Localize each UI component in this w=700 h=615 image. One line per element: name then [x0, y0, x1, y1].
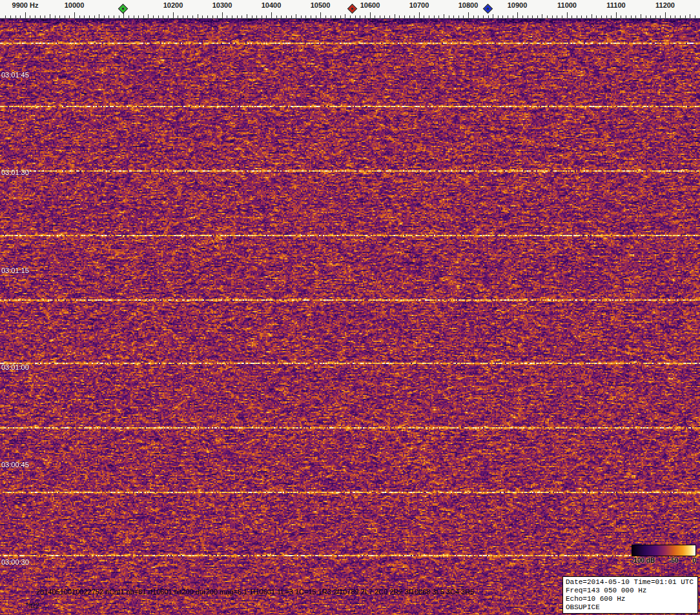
- ruler-tick: [325, 15, 326, 18]
- blue-marker[interactable]: [482, 4, 493, 14]
- ruler-tick: [532, 15, 533, 18]
- ruler-tick: [606, 15, 607, 18]
- frequency-tick-label: 11100: [606, 1, 625, 9]
- ruler-tick: [129, 15, 129, 18]
- ruler-tick: [502, 15, 503, 18]
- green-marker[interactable]: [118, 4, 129, 14]
- ruler-tick: [138, 15, 139, 18]
- ruler-tick: [429, 15, 429, 18]
- ruler-tick: [291, 15, 292, 18]
- ruler-tick: [375, 15, 375, 18]
- ruler-tick: [655, 15, 656, 18]
- ruler-tick: [635, 15, 636, 18]
- ruler-tick: [40, 15, 41, 18]
- ruler-tick: [577, 15, 577, 18]
- ruler-tick: [463, 15, 464, 18]
- frequency-tick-label: 10000: [65, 1, 85, 9]
- ruler-tick: [493, 14, 493, 18]
- ruler-tick: [65, 15, 65, 18]
- spectrogram-app: 9900 Hz100001020010300104001050010600107…: [0, 0, 700, 615]
- ruler-tick: [675, 15, 675, 18]
- ruler-tick: [316, 15, 316, 18]
- colorbar-max-label: 0: [692, 557, 696, 564]
- info-station-line: OBSUPICE: [566, 603, 694, 612]
- time-label: 03:00:45: [1, 461, 29, 469]
- ruler-tick: [522, 15, 523, 18]
- spectrogram-waterfall[interactable]: [0, 18, 700, 615]
- ruler-tick: [35, 15, 36, 18]
- ruler-tick: [305, 15, 306, 18]
- frequency-tick-label: 10900: [508, 1, 528, 9]
- ruler-tick: [59, 15, 60, 18]
- ruler-tick: [207, 15, 208, 18]
- ruler-tick: [365, 15, 365, 18]
- ruler-tick: [217, 15, 218, 18]
- ruler-tick: [616, 12, 617, 18]
- ruler-tick: [158, 15, 159, 18]
- ruler-tick: [94, 15, 95, 18]
- ruler-tick: [281, 15, 282, 18]
- ruler-tick: [301, 15, 302, 18]
- ruler-tick: [449, 15, 449, 18]
- ruler-tick: [665, 12, 666, 18]
- ruler-tick: [350, 15, 351, 18]
- ruler-tick: [222, 12, 223, 18]
- ruler-tick: [247, 14, 247, 18]
- ruler-tick: [409, 15, 410, 18]
- ruler-tick: [414, 15, 415, 18]
- ruler-tick: [355, 15, 356, 18]
- ruler-tick: [468, 12, 469, 18]
- ruler-tick: [380, 15, 380, 18]
- ruler-tick: [542, 14, 542, 18]
- ruler-tick: [178, 15, 178, 18]
- colorbar-min-label: -100 dB: [632, 557, 655, 564]
- ruler-tick: [621, 15, 621, 18]
- ruler-tick: [198, 14, 198, 18]
- ruler-tick: [311, 15, 311, 18]
- ruler-tick: [74, 12, 75, 18]
- time-label: 03:01:15: [1, 267, 29, 274]
- frequency-tick-label: 9900 Hz: [12, 1, 39, 9]
- ruler-tick: [695, 15, 695, 18]
- ruler-tick: [567, 12, 568, 18]
- colorbar-labels: -100 dB -50 0: [632, 557, 696, 564]
- ruler-tick: [404, 15, 405, 18]
- frequency-tick-label: 10300: [212, 1, 232, 9]
- red-marker[interactable]: [347, 4, 358, 14]
- ruler-tick: [650, 15, 651, 18]
- ruler-tick: [296, 14, 296, 18]
- ruler-tick: [143, 15, 144, 18]
- ruler-tick: [15, 15, 16, 18]
- ruler-tick: [513, 15, 513, 18]
- ruler-tick: [252, 15, 252, 18]
- ruler-tick: [596, 15, 597, 18]
- ruler-tick: [537, 15, 538, 18]
- frequency-tick-label: 10600: [360, 1, 380, 9]
- ruler-tick: [488, 15, 489, 18]
- ruler-tick: [320, 12, 321, 18]
- ruler-tick: [5, 15, 6, 18]
- ruler-tick: [438, 15, 439, 18]
- ruler-tick: [581, 15, 582, 18]
- ruler-tick: [227, 15, 227, 18]
- ruler-tick: [670, 15, 671, 18]
- ruler-tick: [690, 14, 690, 18]
- ruler-tick: [99, 14, 99, 18]
- ruler-tick: [626, 15, 626, 18]
- ruler-tick: [104, 15, 105, 18]
- time-label: 03:00:30: [1, 558, 29, 566]
- ruler-tick: [187, 15, 188, 18]
- ruler-tick: [232, 15, 232, 18]
- ruler-tick: [601, 15, 602, 18]
- ruler-tick: [119, 15, 119, 18]
- info-date-line: Date=2014-05-10 Time=01:01 UTC: [566, 578, 694, 587]
- ruler-tick: [444, 14, 444, 18]
- ruler-tick: [611, 15, 612, 18]
- ruler-tick: [69, 15, 70, 18]
- frequency-ruler: 9900 Hz100001020010300104001050010600107…: [0, 0, 700, 19]
- ruler-tick: [262, 15, 262, 18]
- ruler-tick: [586, 15, 587, 18]
- ruler-tick: [20, 15, 21, 18]
- time-label: 03:01:30: [1, 168, 29, 176]
- ruler-tick: [79, 15, 80, 18]
